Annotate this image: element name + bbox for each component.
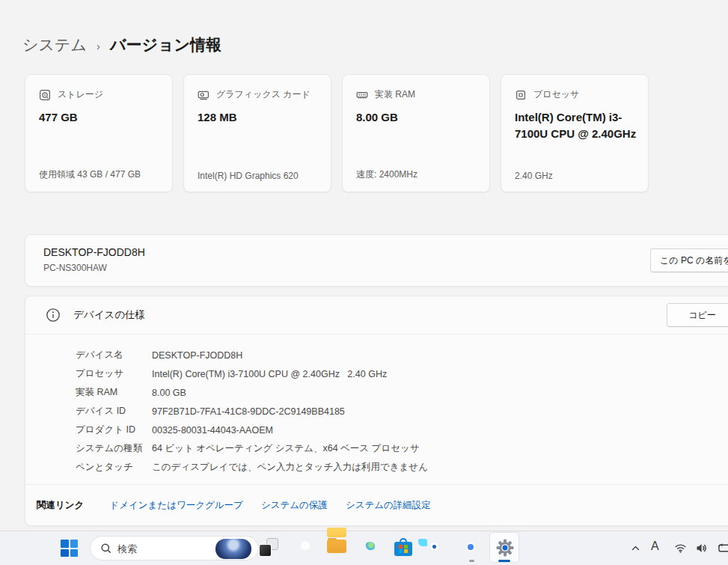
table-row: プロセッサ Intel(R) Core(TM) i3-7100U CPU @ 2… bbox=[76, 364, 428, 383]
processor-card-title: プロセッサ bbox=[533, 88, 579, 101]
graphics-card-footer: Intel(R) HD Graphics 620 bbox=[198, 171, 299, 181]
wifi-icon[interactable] bbox=[674, 542, 687, 555]
rename-pc-button[interactable]: この PC の名前を bbox=[650, 248, 728, 272]
spec-label: ペンとタッチ bbox=[76, 461, 152, 474]
table-row: デバイス名 DESKTOP-FJODD8H bbox=[76, 346, 428, 364]
breadcrumb-system[interactable]: システム bbox=[22, 34, 87, 55]
search-placeholder: 検索 bbox=[117, 543, 137, 556]
windows-settings-about-screen: { "breadcrumb": { "parent": "システム", "sep… bbox=[0, 0, 728, 565]
breadcrumb: システム › バージョン情報 bbox=[22, 34, 221, 55]
spec-value: このディスプレイでは、ペン入力とタッチ入力は利用できません bbox=[152, 461, 428, 474]
chrome-button[interactable] bbox=[462, 538, 481, 558]
table-row: 実装 RAM 8.00 GB bbox=[76, 383, 428, 402]
link-system-protection[interactable]: システムの保護 bbox=[261, 499, 328, 512]
device-specs-header[interactable]: デバイスの仕様 bbox=[25, 296, 145, 334]
spec-label: デバイス ID bbox=[76, 405, 152, 418]
taskbar-search-box[interactable]: 検索 bbox=[90, 536, 259, 561]
table-row: システムの種類 64 ビット オペレーティング システム、x64 ベース プロセ… bbox=[76, 439, 428, 458]
tray-chevron-up-icon[interactable] bbox=[629, 542, 642, 555]
speaker-icon[interactable] bbox=[695, 542, 708, 555]
search-icon bbox=[100, 543, 112, 555]
table-row: ペンとタッチ このディスプレイでは、ペン入力とタッチ入力は利用できません bbox=[76, 458, 428, 477]
processor-card-value: Intel(R) Core(TM) i3-7100U CPU @ 2.40GHz bbox=[515, 109, 639, 142]
outlook-button[interactable] bbox=[428, 538, 447, 558]
battery-charging-icon[interactable] bbox=[715, 542, 728, 555]
spec-label: デバイス名 bbox=[76, 349, 152, 361]
file-explorer-button[interactable] bbox=[327, 538, 346, 558]
processor-card-footer: 2.40 GHz bbox=[515, 171, 553, 181]
settings-gear-icon bbox=[495, 538, 515, 558]
copilot-button[interactable] bbox=[296, 538, 316, 558]
device-name: DESKTOP-FJODD8H bbox=[43, 246, 145, 258]
table-row: デバイス ID 97F2B71D-7FA1-41C8-9DDC-2C9149BB… bbox=[76, 402, 428, 421]
ram-card-value: 8.00 GB bbox=[356, 109, 480, 126]
chrome-running-indicator bbox=[469, 560, 474, 562]
copy-button[interactable]: コピー bbox=[667, 303, 728, 327]
link-advanced-system-settings[interactable]: システムの詳細設定 bbox=[346, 499, 431, 512]
storage-card-footer: 使用領域 43 GB / 477 GB bbox=[39, 168, 141, 181]
spec-label: プロダクト ID bbox=[76, 424, 152, 436]
spec-label: システムの種類 bbox=[76, 442, 152, 455]
spec-value: 64 ビット オペレーティング システム、x64 ベース プロセッサ bbox=[152, 442, 420, 455]
related-links-label: 関連リンク bbox=[37, 499, 84, 512]
link-domain-or-workgroup[interactable]: ドメインまたはワークグループ bbox=[109, 499, 243, 512]
graphics-card-title: グラフィックス カード bbox=[216, 88, 311, 101]
settings-active-indicator bbox=[498, 560, 510, 562]
info-icon bbox=[46, 308, 61, 323]
ram-icon bbox=[356, 89, 368, 101]
settings-button[interactable] bbox=[489, 532, 519, 563]
search-highlight-image[interactable] bbox=[215, 539, 251, 559]
device-model: PC-NS300HAW bbox=[43, 263, 107, 273]
spec-label: プロセッサ bbox=[76, 367, 152, 380]
device-specs-panel: デバイスの仕様 コピー デバイス名 DESKTOP-FJODD8H プロセッサ … bbox=[25, 296, 728, 526]
storage-card: ストレージ 477 GB 使用領域 43 GB / 477 GB bbox=[25, 74, 173, 192]
gpu-icon bbox=[198, 89, 209, 101]
edge-button[interactable] bbox=[361, 538, 380, 558]
device-specs-title: デバイスの仕様 bbox=[73, 308, 145, 322]
spec-value: DESKTOP-FJODD8H bbox=[152, 350, 242, 361]
spec-value: 97F2B71D-7FA1-41C8-9DDC-2C9149BB4185 bbox=[152, 406, 345, 417]
cpu-icon bbox=[515, 89, 527, 101]
page-title: バージョン情報 bbox=[110, 34, 221, 55]
spec-value: 8.00 GB bbox=[152, 388, 186, 398]
processor-card: プロセッサ Intel(R) Core(TM) i3-7100U CPU @ 2… bbox=[501, 74, 649, 192]
device-specs-table: デバイス名 DESKTOP-FJODD8H プロセッサ Intel(R) Cor… bbox=[76, 346, 428, 477]
divider bbox=[25, 334, 728, 335]
device-name-panel: DESKTOP-FJODD8H PC-NS300HAW この PC の名前を bbox=[25, 234, 728, 287]
ram-card-title: 実装 RAM bbox=[375, 88, 415, 101]
graphics-card-value: 128 MB bbox=[198, 109, 322, 126]
table-row: プロダクト ID 00325-80031-44043-AAOEM bbox=[76, 421, 428, 439]
graphics-card: グラフィックス カード 128 MB Intel(R) HD Graphics … bbox=[183, 74, 331, 192]
spec-value: 00325-80031-44043-AAOEM bbox=[152, 425, 273, 436]
storage-card-title: ストレージ bbox=[58, 88, 103, 101]
start-button[interactable] bbox=[61, 540, 78, 557]
storage-icon bbox=[39, 89, 51, 101]
breadcrumb-chevron-icon: › bbox=[97, 38, 100, 52]
ram-card-footer: 速度: 2400MHz bbox=[356, 168, 417, 181]
spec-label: 実装 RAM bbox=[76, 386, 152, 399]
ram-card: 実装 RAM 8.00 GB 速度: 2400MHz bbox=[342, 74, 490, 192]
related-links-row: 関連リンク ドメインまたはワークグループ システムの保護 システムの詳細設定 bbox=[37, 484, 449, 527]
ime-indicator[interactable]: A bbox=[651, 540, 659, 553]
storage-card-value: 477 GB bbox=[39, 109, 163, 126]
spec-value: Intel(R) Core(TM) i3-7100U CPU @ 2.40GHz… bbox=[152, 369, 387, 379]
microsoft-store-button[interactable] bbox=[394, 538, 414, 558]
task-view-button[interactable] bbox=[259, 538, 278, 558]
